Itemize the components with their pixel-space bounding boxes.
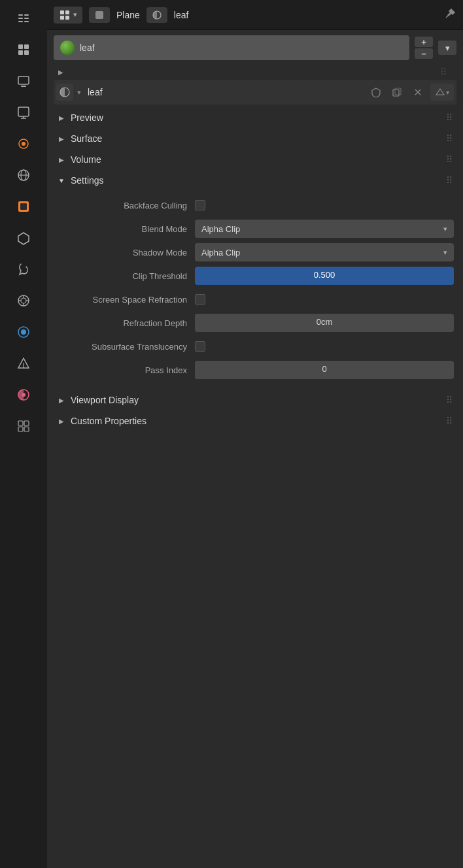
material-type-icon[interactable] xyxy=(56,84,73,101)
sidebar-item-scene2[interactable] xyxy=(9,161,38,190)
sidebar-item-material[interactable] xyxy=(9,380,38,409)
section-viewport-display[interactable]: ▶ Viewport Display ⠿ xyxy=(54,390,456,410)
refraction-depth-label: Refraction Depth xyxy=(64,318,195,328)
surface-arrow: ▶ xyxy=(56,133,67,144)
section-preview[interactable]: ▶ Preview ⠿ xyxy=(54,107,456,128)
pin-button[interactable] xyxy=(445,7,456,22)
subsurface-translucency-label: Subsurface Translucency xyxy=(64,342,195,352)
material-slot-name: leaf xyxy=(80,42,95,53)
svg-rect-0 xyxy=(18,14,23,16)
subsurface-translucency-checkbox[interactable] xyxy=(195,341,205,352)
svg-rect-9 xyxy=(24,50,29,55)
viewport-display-arrow: ▶ xyxy=(56,395,67,405)
svg-point-33 xyxy=(22,393,26,397)
slot-side-buttons: + − xyxy=(415,37,433,59)
settings-label: Settings xyxy=(71,175,104,186)
editor-type-btn[interactable]: ▾ xyxy=(54,7,82,24)
blend-mode-dropdown[interactable]: Alpha Clip ▾ xyxy=(195,220,454,238)
svg-rect-12 xyxy=(18,107,29,116)
svg-line-44 xyxy=(446,15,449,18)
shadow-mode-selected: Alpha Clip xyxy=(201,248,240,258)
sidebar-item-world[interactable] xyxy=(9,192,38,221)
add-material-button[interactable]: + xyxy=(415,37,433,47)
svg-rect-37 xyxy=(24,427,29,431)
section-custom-properties[interactable]: ▶ Custom Properties ⠿ xyxy=(54,410,456,431)
material-slot-main[interactable]: leaf xyxy=(54,35,409,60)
preview-label: Preview xyxy=(71,112,103,123)
svg-rect-11 xyxy=(21,86,26,87)
sidebar-item-data[interactable] xyxy=(9,412,38,441)
object-icon-btn[interactable] xyxy=(89,7,110,23)
section-surface[interactable]: ▶ Surface ⠿ xyxy=(54,128,456,149)
sidebar-item-scene[interactable] xyxy=(9,35,38,64)
top-header: ▾ Plane leaf xyxy=(47,0,463,30)
clip-threshold-field[interactable]: 0.500 xyxy=(195,267,454,285)
sidebar-item-particles[interactable] xyxy=(9,349,38,378)
screen-space-refraction-checkbox[interactable] xyxy=(195,294,205,305)
custom-properties-label: Custom Properties xyxy=(71,416,146,426)
shadow-mode-label: Shadow Mode xyxy=(64,248,195,258)
section-settings[interactable]: ▼ Settings ⠿ xyxy=(54,170,456,191)
sidebar-item-physics[interactable] xyxy=(9,318,38,346)
pass-index-field[interactable]: 0 xyxy=(195,361,454,379)
blend-mode-row: Blend Mode Alpha Clip ▾ xyxy=(64,220,454,238)
sidebar-item-output[interactable] xyxy=(9,98,38,127)
svg-rect-1 xyxy=(18,18,23,19)
surface-dots: ⠿ xyxy=(446,133,454,144)
svg-rect-34 xyxy=(18,421,23,426)
sidebar-item-object[interactable] xyxy=(9,224,38,252)
svg-marker-50 xyxy=(436,89,444,95)
svg-rect-6 xyxy=(18,44,23,49)
remove-material-button[interactable]: − xyxy=(415,48,433,59)
custom-properties-arrow: ▶ xyxy=(56,416,67,426)
svg-rect-21 xyxy=(20,203,27,210)
sidebar-item-constraints[interactable] xyxy=(9,286,38,315)
backface-culling-checkbox[interactable] xyxy=(195,200,205,210)
refraction-depth-field[interactable]: 0cm xyxy=(195,314,454,332)
svg-point-29 xyxy=(21,329,26,335)
content-area: leaf + − ▾ ▶ ⠿ ▾ leaf xyxy=(47,30,463,868)
clip-threshold-label: Clip Threshold xyxy=(64,271,195,281)
svg-rect-40 xyxy=(60,16,64,20)
pass-index-number: 0 xyxy=(322,364,326,374)
svg-rect-41 xyxy=(65,16,69,20)
svg-rect-7 xyxy=(24,44,29,49)
volume-arrow: ▶ xyxy=(56,154,67,165)
volume-dots: ⠿ xyxy=(446,154,454,165)
pass-index-label: Pass Index xyxy=(64,365,195,375)
sidebar-item-render[interactable] xyxy=(9,67,38,95)
svg-rect-42 xyxy=(95,11,103,19)
svg-rect-2 xyxy=(24,14,29,16)
refraction-depth-number: 0cm xyxy=(317,317,333,327)
sidebar-item-tools[interactable] xyxy=(9,4,38,33)
shadow-mode-row: Shadow Mode Alpha Clip ▾ xyxy=(64,243,454,261)
expand-slots-button[interactable]: ▾ xyxy=(438,41,456,55)
plane-label: Plane xyxy=(116,10,140,20)
backface-culling-label: Backface Culling xyxy=(64,201,195,210)
screen-space-refraction-label: Screen Space Refraction xyxy=(64,295,195,305)
blend-mode-value: Alpha Clip ▾ xyxy=(195,220,454,238)
expand-arrow[interactable]: ▶ xyxy=(56,67,65,76)
blend-mode-label: Blend Mode xyxy=(64,224,195,234)
close-icon-btn[interactable] xyxy=(409,84,426,101)
copy-icon-btn[interactable] xyxy=(388,84,405,101)
settings-arrow: ▼ xyxy=(56,175,67,186)
svg-rect-39 xyxy=(65,10,69,14)
screen-space-refraction-row: Screen Space Refraction xyxy=(64,290,454,309)
pass-index-value: 0 xyxy=(195,361,454,379)
material-name-input[interactable]: leaf xyxy=(85,86,364,99)
section-volume[interactable]: ▶ Volume ⠿ xyxy=(54,149,456,170)
shadow-mode-arrow: ▾ xyxy=(443,248,447,257)
pass-index-row: Pass Index 0 xyxy=(64,361,454,379)
shadow-mode-dropdown[interactable]: Alpha Clip ▾ xyxy=(195,243,454,261)
sidebar-item-view[interactable] xyxy=(9,129,38,158)
shield-icon-btn[interactable] xyxy=(368,84,385,101)
material-slot-row: leaf + − ▾ xyxy=(54,35,456,60)
clip-threshold-row: Clip Threshold 0.500 xyxy=(64,267,454,285)
sidebar-item-modifier[interactable] xyxy=(9,255,38,284)
material-icon-header[interactable] xyxy=(146,7,167,23)
svg-point-23 xyxy=(21,298,26,303)
filter-btn[interactable]: ▾ xyxy=(430,84,454,101)
subsurface-translucency-value xyxy=(195,341,454,352)
preview-row: ▶ ⠿ xyxy=(54,64,456,80)
